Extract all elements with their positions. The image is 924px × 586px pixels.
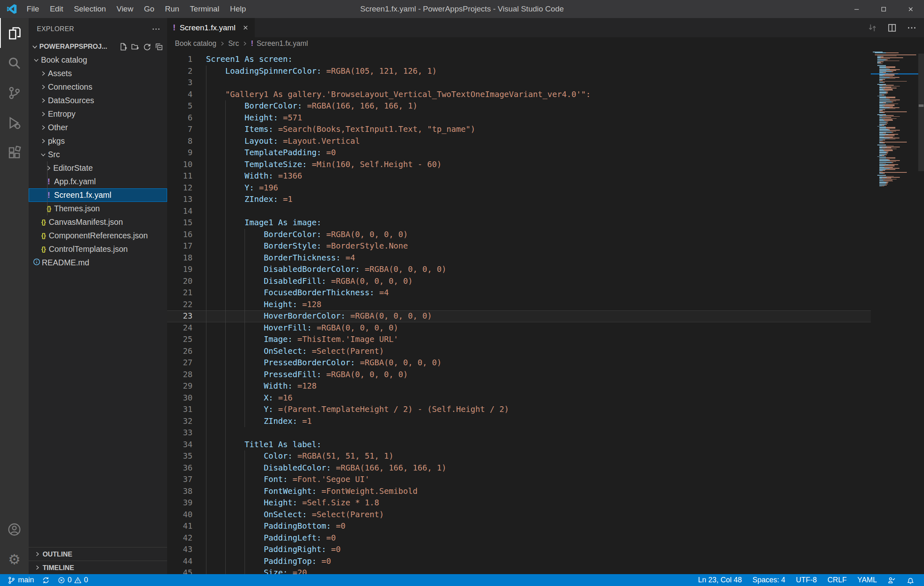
tree-item-componentreferences-json[interactable]: {}ComponentReferences.json bbox=[29, 229, 167, 242]
scrollbar[interactable] bbox=[918, 50, 924, 574]
code-line-5[interactable]: 5BorderColor: =RGBA(166, 166, 166, 1) bbox=[167, 100, 871, 112]
code-line-40[interactable]: 40OnSelect: =Select(Parent) bbox=[167, 509, 871, 521]
scrollbar-thumb[interactable] bbox=[918, 54, 924, 171]
code-line-33[interactable]: 33 bbox=[167, 427, 871, 439]
status-eol[interactable]: CRLF bbox=[822, 576, 852, 584]
activity-accounts[interactable] bbox=[0, 514, 29, 544]
tree-item-connections[interactable]: Connections bbox=[29, 80, 167, 94]
minimap[interactable] bbox=[871, 52, 918, 574]
menu-edit[interactable]: Edit bbox=[45, 0, 69, 18]
code-line-39[interactable]: 39Height: =Self.Size * 1.8 bbox=[167, 497, 871, 509]
activity-extensions[interactable] bbox=[0, 138, 29, 167]
menu-help[interactable]: Help bbox=[224, 0, 251, 18]
new-folder-icon[interactable] bbox=[131, 43, 139, 51]
code-line-17[interactable]: 17BorderStyle: =BorderStyle.None bbox=[167, 240, 871, 252]
menu-file[interactable]: File bbox=[21, 0, 45, 18]
code-line-45[interactable]: 45Size: =20 bbox=[167, 567, 871, 574]
code-line-36[interactable]: 36DisabledColor: =RGBA(166, 166, 166, 1) bbox=[167, 462, 871, 474]
section-outline[interactable]: OUTLINE bbox=[29, 547, 167, 561]
code-line-43[interactable]: 43PaddingRight: =0 bbox=[167, 544, 871, 556]
code-line-32[interactable]: 32ZIndex: =1 bbox=[167, 416, 871, 428]
status-feedback[interactable] bbox=[882, 576, 901, 584]
tree-item-controltemplates-json[interactable]: {}ControlTemplates.json bbox=[29, 242, 167, 256]
code-line-13[interactable]: 13ZIndex: =1 bbox=[167, 194, 871, 206]
ellipsis-icon[interactable] bbox=[152, 25, 161, 34]
code-line-31[interactable]: 31Y: =(Parent.TemplateHeight / 2) - (Sel… bbox=[167, 404, 871, 416]
code-line-20[interactable]: 20DisabledFill: =RGBA(0, 0, 0, 0) bbox=[167, 276, 871, 287]
code-line-19[interactable]: 19DisabledBorderColor: =RGBA(0, 0, 0, 0) bbox=[167, 264, 871, 276]
code-line-4[interactable]: 4"Gallery1 As gallery.'BrowseLayout_Vert… bbox=[167, 89, 871, 101]
activity-source-control[interactable] bbox=[0, 78, 29, 108]
tree-item-editorstate[interactable]: EditorState bbox=[29, 161, 167, 175]
tree-item-canvasmanifest-json[interactable]: {}CanvasManifest.json bbox=[29, 215, 167, 229]
sync-item[interactable] bbox=[38, 577, 54, 584]
code-line-37[interactable]: 37Font: =Font.'Segoe UI' bbox=[167, 474, 871, 486]
split-editor-icon[interactable] bbox=[887, 23, 897, 33]
code-line-41[interactable]: 41PaddingBottom: =0 bbox=[167, 520, 871, 532]
tree-item-app-fx-yaml[interactable]: !App.fx.yaml bbox=[29, 175, 167, 188]
code-line-22[interactable]: 22Height: =128 bbox=[167, 299, 871, 311]
tree-item-screen1-fx-yaml[interactable]: !Screen1.fx.yaml bbox=[29, 188, 167, 202]
code-line-6[interactable]: 6Height: =571 bbox=[167, 112, 871, 124]
code-line-38[interactable]: 38FontWeight: =FontWeight.Semibold bbox=[167, 486, 871, 498]
menu-terminal[interactable]: Terminal bbox=[185, 0, 225, 18]
minimize-window-button[interactable] bbox=[843, 0, 870, 18]
code-line-23[interactable]: 23HoverBorderColor: =RGBA(0, 0, 0, 0) bbox=[167, 310, 871, 322]
code-line-7[interactable]: 7Items: =Search(Books,TextInput1.Text, "… bbox=[167, 124, 871, 136]
status-indentation[interactable]: Spaces: 4 bbox=[747, 576, 790, 584]
more-actions-icon[interactable] bbox=[907, 23, 917, 33]
breadcrumb-segment[interactable]: Book catalog bbox=[175, 39, 216, 48]
code-editor[interactable]: 1Screen1 As screen:2LoadingSpinnerColor:… bbox=[167, 50, 924, 574]
tree-item-src[interactable]: Src bbox=[29, 148, 167, 161]
tree-item-themes-json[interactable]: {}Themes.json bbox=[29, 202, 167, 215]
collapse-all-icon[interactable] bbox=[155, 43, 163, 51]
code-line-29[interactable]: 29Width: =128 bbox=[167, 380, 871, 392]
code-line-1[interactable]: 1Screen1 As screen: bbox=[167, 54, 871, 66]
menu-run[interactable]: Run bbox=[160, 0, 185, 18]
code-line-9[interactable]: 9TemplatePadding: =0 bbox=[167, 147, 871, 159]
new-file-icon[interactable] bbox=[119, 43, 127, 51]
code-area[interactable]: 1Screen1 As screen:2LoadingSpinnerColor:… bbox=[167, 50, 871, 574]
code-line-42[interactable]: 42PaddingLeft: =0 bbox=[167, 532, 871, 544]
activity-settings[interactable]: ⚙ bbox=[0, 544, 29, 574]
code-line-30[interactable]: 30X: =16 bbox=[167, 392, 871, 404]
code-line-2[interactable]: 2LoadingSpinnerColor: =RGBA(105, 121, 12… bbox=[167, 66, 871, 77]
close-tab-icon[interactable] bbox=[242, 24, 249, 31]
code-line-34[interactable]: 34Title1 As label: bbox=[167, 439, 871, 451]
code-line-3[interactable]: 3 bbox=[167, 77, 871, 89]
tree-item-other[interactable]: Other bbox=[29, 121, 167, 134]
breadcrumb-file[interactable]: !Screen1.fx.yaml bbox=[251, 39, 308, 48]
activity-explorer[interactable] bbox=[0, 18, 29, 48]
code-line-35[interactable]: 35Color: =RGBA(51, 51, 51, 1) bbox=[167, 450, 871, 462]
activity-run-and-debug[interactable] bbox=[0, 108, 29, 138]
code-line-14[interactable]: 14 bbox=[167, 206, 871, 217]
problems-item[interactable]: 0 0 bbox=[54, 576, 92, 584]
code-line-26[interactable]: 26OnSelect: =Select(Parent) bbox=[167, 346, 871, 357]
code-line-27[interactable]: 27PressedBorderColor: =RGBA(0, 0, 0, 0) bbox=[167, 357, 871, 369]
tree-item-pkgs[interactable]: pkgs bbox=[29, 134, 167, 148]
code-line-25[interactable]: 25Image: =ThisItem.'Image URL' bbox=[167, 334, 871, 346]
code-line-18[interactable]: 18BorderThickness: =4 bbox=[167, 252, 871, 264]
project-root-row[interactable]: POWERAPPSPROJ... bbox=[29, 40, 167, 53]
breadcrumb-segment[interactable]: Src bbox=[228, 39, 239, 48]
menu-go[interactable]: Go bbox=[138, 0, 159, 18]
status-cursor-position[interactable]: Ln 23, Col 48 bbox=[693, 576, 747, 584]
code-line-44[interactable]: 44PaddingTop: =0 bbox=[167, 556, 871, 568]
tree-item-readme-md[interactable]: README.md bbox=[29, 256, 167, 269]
tree-item-assets[interactable]: Assets bbox=[29, 67, 167, 80]
activity-search[interactable] bbox=[0, 48, 29, 78]
close-window-button[interactable] bbox=[897, 0, 924, 18]
status-encoding[interactable]: UTF-8 bbox=[790, 576, 822, 584]
tree-item-datasources[interactable]: DataSources bbox=[29, 94, 167, 107]
tree-item-entropy[interactable]: Entropy bbox=[29, 107, 167, 121]
open-changes-icon[interactable] bbox=[867, 23, 877, 33]
section-timeline[interactable]: TIMELINE bbox=[29, 561, 167, 574]
menu-view[interactable]: View bbox=[111, 0, 139, 18]
maximize-window-button[interactable] bbox=[870, 0, 897, 18]
code-line-28[interactable]: 28PressedFill: =RGBA(0, 0, 0, 0) bbox=[167, 369, 871, 381]
code-line-24[interactable]: 24HoverFill: =RGBA(0, 0, 0, 0) bbox=[167, 322, 871, 334]
code-line-21[interactable]: 21FocusedBorderThickness: =4 bbox=[167, 287, 871, 299]
code-line-11[interactable]: 11Width: =1366 bbox=[167, 170, 871, 182]
code-line-16[interactable]: 16BorderColor: =RGBA(0, 0, 0, 0) bbox=[167, 229, 871, 241]
git-branch-item[interactable]: main bbox=[3, 576, 38, 584]
